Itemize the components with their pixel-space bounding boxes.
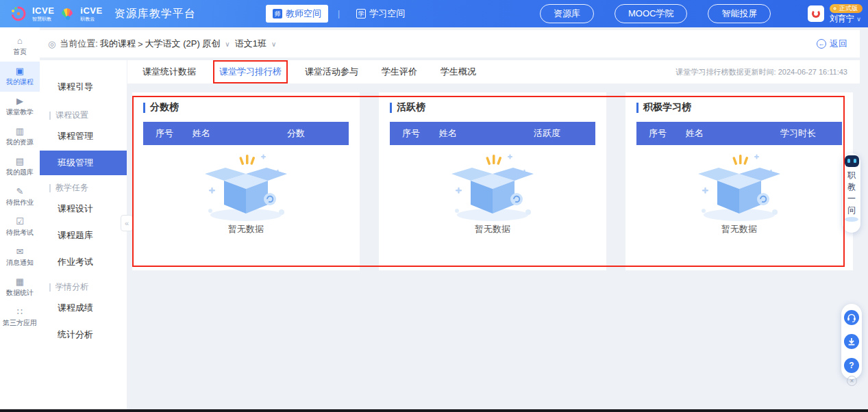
tab-student-evaluation[interactable]: 学生评价: [382, 66, 417, 78]
homework-icon: ✎: [16, 187, 24, 196]
rail-label: 数据统计: [6, 288, 34, 298]
empty-state: 暂无数据: [636, 151, 842, 235]
tab-classroom-statistics[interactable]: 课堂统计数据: [142, 66, 196, 78]
sidebar-item-homework-exams[interactable]: 作业考试: [40, 250, 127, 274]
empty-box-icon: [447, 151, 538, 222]
column-header-score: 分数: [287, 127, 349, 140]
tab-student-overview[interactable]: 学生概况: [441, 66, 476, 78]
tab-learning-ranking[interactable]: 课堂学习排行榜: [219, 66, 282, 78]
rail-item-third-party-apps[interactable]: ∷ 第三方应用: [0, 302, 40, 333]
class-caret-icon[interactable]: ∨: [271, 40, 276, 48]
sidebar-item-course-design[interactable]: 课程设计: [40, 196, 127, 221]
assistant-tab[interactable]: 职教一问: [843, 153, 860, 233]
table-header: 序号 姓名 学习时长: [636, 122, 842, 145]
logo-vocational-cloud: iCVE 职教云: [80, 6, 102, 21]
column-header-duration: 学习时长: [780, 127, 842, 140]
rail-item-notifications[interactable]: ✉ 消息通知: [0, 242, 40, 272]
empty-state-text: 暂无数据: [721, 223, 757, 235]
card-title: 活跃榜: [390, 101, 595, 114]
tab-bar: 课堂统计数据 课堂学习排行榜 课堂活动参与 学生评价 学生概况 课堂学习排行榜数…: [127, 60, 860, 83]
home-icon: ⌂: [17, 36, 23, 45]
support-button[interactable]: [844, 310, 859, 325]
resources-icon: ▥: [16, 127, 24, 136]
rail-label: 消息通知: [6, 258, 34, 268]
rail-label: 课堂教学: [6, 107, 34, 117]
back-button[interactable]: ← 返回: [817, 38, 847, 50]
platform-title: 资源库教学平台: [114, 7, 196, 21]
sidebar-item-course-management[interactable]: 课程管理: [40, 124, 127, 149]
rail-item-my-courses[interactable]: ▣ 我的课程: [0, 62, 40, 92]
avatar[interactable]: [808, 5, 824, 22]
help-button[interactable]: ?: [844, 358, 859, 373]
sidebar-item-course-question-bank[interactable]: 课程题库: [40, 223, 127, 248]
breadcrumb-root[interactable]: 我的课程: [100, 38, 136, 50]
rail-item-home[interactable]: ⌂ 首页: [0, 31, 40, 62]
sidebar-section-learning-analysis: 学情分析: [40, 281, 127, 293]
tab-activity-participation[interactable]: 课堂活动参与: [305, 66, 358, 78]
sidebar-item-course-guide[interactable]: 课程引导: [40, 74, 127, 103]
rail-label: 第三方应用: [3, 318, 37, 328]
top-header: ICVE 智慧职教 iCVE 职教云 资源库教学平台 师 教师空间 | 学 学习…: [0, 0, 868, 27]
learning-space-icon: 学: [356, 9, 366, 18]
download-button[interactable]: [844, 334, 859, 349]
logo-text: iCVE: [80, 6, 102, 15]
icve-shell-logo-icon: [59, 5, 75, 22]
icve-swirl-logo-icon: [10, 5, 27, 23]
breadcrumb-separator: >: [138, 39, 143, 49]
table-header: 序号 姓名 分数: [143, 122, 349, 145]
ranking-update-time: 课堂学习排行榜数据更新时间: 2024-06-27 16:11:43: [676, 67, 847, 77]
nav-learning-space[interactable]: 学 学习空间: [349, 5, 412, 23]
logo-subtext: 智慧职教: [32, 16, 54, 21]
courses-icon: ▣: [16, 66, 24, 75]
empty-state: 暂无数据: [143, 151, 349, 235]
logo-smart-vocational: ICVE 智慧职教: [32, 6, 54, 21]
rail-item-my-resources[interactable]: ▥ 我的资源: [0, 122, 40, 152]
logo-text: ICVE: [32, 6, 54, 15]
section-bar-icon: [49, 283, 51, 292]
mooc-academy-button[interactable]: MOOC学院: [615, 4, 687, 23]
rail-label: 我的资源: [6, 138, 34, 147]
sidebar-item-class-management[interactable]: 班级管理: [40, 151, 127, 175]
robot-icon: [845, 155, 859, 167]
sidebar-section-course-settings: 课程设置: [40, 110, 127, 121]
score-ranking-card: 分数榜 序号 姓名 分数: [132, 92, 360, 270]
rail-label: 待批作业: [6, 198, 34, 207]
logo-subtext: 职教云: [80, 16, 102, 21]
cloud-decoration-icon: [845, 217, 858, 222]
rail-label: 我的题库: [6, 168, 34, 177]
nav-teacher-space[interactable]: 师 教师空间: [266, 5, 328, 23]
sidebar-item-course-grades[interactable]: 课程成绩: [40, 296, 127, 320]
space-nav: 师 教师空间 | 学 学习空间: [266, 0, 412, 27]
rail-item-pending-homework[interactable]: ✎ 待批作业: [0, 182, 40, 212]
exam-icon: ☑: [16, 217, 24, 226]
table-header: 序号 姓名 活跃度: [390, 122, 595, 145]
main-content: 分数榜 序号 姓名 分数: [127, 83, 860, 409]
smart-casting-button[interactable]: 智能投屏: [708, 4, 771, 23]
breadcrumb-course[interactable]: 大学语文 (2P) 原创: [145, 38, 221, 50]
course-caret-icon[interactable]: ∨: [225, 40, 230, 48]
sidebar-collapse-button[interactable]: «: [121, 215, 133, 231]
download-icon: [844, 334, 859, 349]
rail-item-pending-exams[interactable]: ☑ 待批考试: [0, 212, 40, 242]
course-sidebar: 课程引导 课程设置 课程管理 班级管理 教学任务 课程设计 课程题库 作业考试 …: [40, 60, 127, 409]
question-bank-icon: ▤: [16, 157, 24, 166]
section-bar-icon: [49, 184, 51, 192]
activity-ranking-card: 活跃榜 序号 姓名 活跃度: [379, 92, 606, 270]
rail-item-classroom-teaching[interactable]: ▶ 课堂教学: [0, 92, 40, 122]
empty-box-icon: [694, 151, 784, 222]
apps-icon: ∷: [17, 307, 23, 316]
message-icon: ✉: [16, 247, 24, 256]
medal-icon: [832, 6, 837, 11]
sidebar-item-statistical-analysis[interactable]: 统计分析: [40, 322, 127, 347]
user-area[interactable]: 正式版 刘育宁 ∨: [808, 0, 863, 27]
user-name[interactable]: 刘育宁 ∨: [830, 14, 861, 23]
rail-item-statistics[interactable]: ▦ 数据统计: [0, 272, 40, 302]
rail-item-question-bank[interactable]: ▤ 我的题库: [0, 152, 40, 182]
breadcrumb-location-label: 当前位置:: [60, 38, 98, 50]
nav-learning-space-label: 学习空间: [369, 8, 405, 20]
breadcrumb-class[interactable]: 语文1班: [235, 38, 266, 50]
resource-library-button[interactable]: 资源库: [540, 4, 594, 23]
close-widgets-button[interactable]: ×: [847, 376, 857, 386]
section-bar-icon: [49, 112, 51, 120]
column-header-name: 姓名: [686, 127, 780, 140]
